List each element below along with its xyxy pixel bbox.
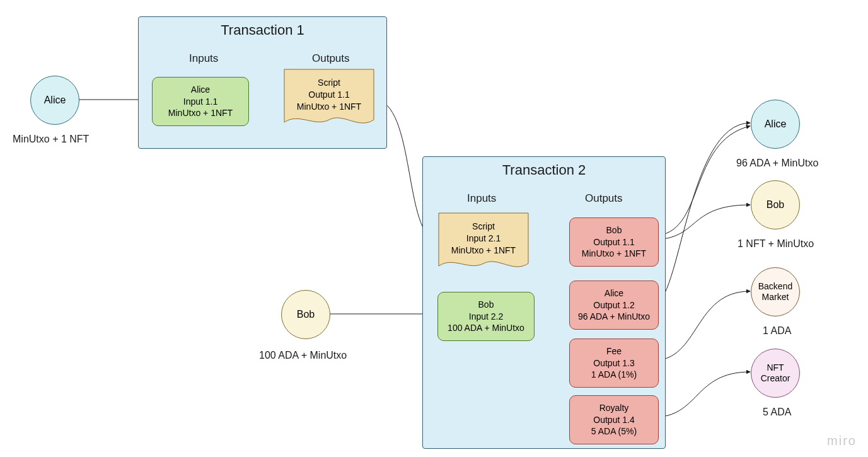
tx1-inputs-label: Inputs [189,52,218,65]
out-roy-value: 5 ADA (5%) [591,425,637,437]
actor-alice-in-caption: MinUtxo + 1 NFT [13,134,89,145]
actor-market: Backend Market [751,267,800,316]
tx1-output-script: Script Output 1.1 MinUtxo + 1NFT [283,68,375,131]
out-alice-owner: Alice [605,287,623,299]
actor-bob-out-caption: 1 NFT + MinUtxo [738,238,814,250]
actor-market-label: Backend Market [751,281,799,303]
diagram-canvas: Transaction 1 Inputs Outputs Alice Input… [0,0,868,457]
actor-alice-out: Alice [751,100,800,149]
tx2-outputs-label: Outputs [585,192,623,205]
out-roy-owner: Royalty [599,402,629,414]
tx2-script-name: Input 2.1 [466,233,501,243]
tx1-output-owner: Script [318,78,340,88]
tx1-input-name: Input 1.1 [183,96,218,108]
actor-market-caption: 1 ADA [763,325,791,337]
tx1-input-alice: Alice Input 1.1 MinUtxo + 1NFT [152,77,249,126]
tx2-output-bob: Bob Output 1.1 MinUtxo + 1NFT [569,217,659,267]
tx1-input-owner: Alice [191,84,210,96]
out-bob-value: MinUtxo + 1NFT [582,248,646,260]
actor-alice-in: Alice [30,76,79,125]
actor-bob-in-label: Bob [297,308,315,320]
tx2-bob-value: 100 ADA + MinUtxo [448,322,524,334]
tx1-input-value: MinUtxo + 1NFT [168,107,233,119]
tx2-bob-name: Input 2.2 [469,311,504,323]
tx1-output-name: Output 1.1 [308,90,349,100]
out-bob-name: Output 1.1 [593,236,634,248]
out-roy-name: Output 1.4 [593,414,634,426]
actor-creator: NFT Creator [751,349,800,398]
tx1-title: Transaction 1 [139,22,386,38]
tx2-script-value: MinUtxo + 1NFT [451,245,516,255]
tx2-output-fee: Fee Output 1.3 1 ADA (1%) [569,338,659,388]
tx2-inputs-label: Inputs [467,192,496,205]
actor-alice-out-label: Alice [765,118,787,130]
tx2-script-owner: Script [472,221,495,231]
tx2-output-alice: Alice Output 1.2 96 ADA + MinUtxo [569,281,659,330]
tx2-input-bob: Bob Input 2.2 100 ADA + MinUtxo [437,292,535,341]
out-alice-name: Output 1.2 [593,299,634,311]
actor-bob-out: Bob [751,180,800,229]
tx2-output-royalty: Royalty Output 1.4 5 ADA (5%) [569,395,659,444]
actor-creator-label: NFT Creator [751,362,799,384]
out-fee-owner: Fee [606,345,622,357]
tx2-input-script: Script Input 2.1 MinUtxo + 1NFT [437,212,529,275]
actor-creator-caption: 5 ADA [763,407,791,418]
tx1-outputs-label: Outputs [312,52,350,65]
actor-bob-in-caption: 100 ADA + MinUtxo [259,350,347,361]
out-bob-owner: Bob [606,224,622,236]
tx2-bob-owner: Bob [478,299,494,311]
watermark: miro [827,434,857,448]
actor-alice-in-label: Alice [44,94,66,106]
tx2-title: Transaction 2 [423,162,665,178]
out-fee-name: Output 1.3 [593,357,634,369]
out-alice-value: 96 ADA + MinUtxo [578,311,650,323]
actor-bob-out-label: Bob [767,199,784,211]
tx1-output-value: MinUtxo + 1NFT [297,101,361,112]
out-fee-value: 1 ADA (1%) [591,369,637,381]
actor-alice-out-caption: 96 ADA + MinUtxo [736,158,818,169]
actor-bob-in: Bob [281,290,330,339]
